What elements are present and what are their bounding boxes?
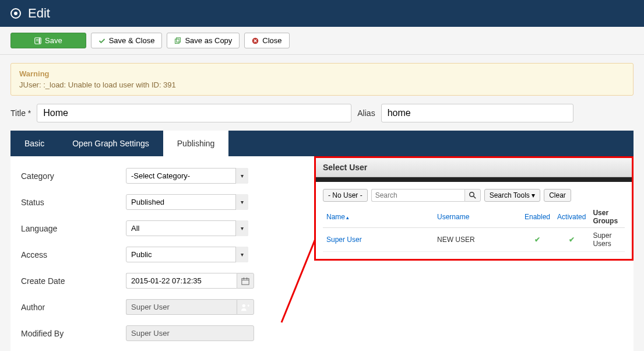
search-tools-button[interactable]: Search Tools ▾ bbox=[484, 189, 541, 202]
col-user-groups: User Groups bbox=[589, 206, 625, 228]
check-icon: ✔ bbox=[569, 236, 575, 244]
col-activated[interactable]: Activated bbox=[554, 206, 589, 228]
clear-button[interactable]: Clear bbox=[544, 189, 571, 202]
save-button[interactable]: Save bbox=[10, 33, 86, 48]
category-label: Category bbox=[21, 171, 126, 181]
svg-rect-1 bbox=[175, 39, 180, 44]
author-label: Author bbox=[21, 303, 126, 312]
target-icon bbox=[10, 8, 21, 19]
access-label: Access bbox=[21, 250, 126, 259]
language-select[interactable] bbox=[126, 220, 248, 236]
close-button[interactable]: Close bbox=[244, 33, 289, 48]
access-select[interactable] bbox=[126, 247, 248, 262]
svg-rect-4 bbox=[242, 278, 249, 285]
table-row: Super User NEW USER ✔ ✔ Super Users bbox=[323, 228, 625, 252]
tab-publishing[interactable]: Publishing bbox=[163, 131, 229, 156]
title-alias-row: Title * Alias bbox=[0, 104, 644, 131]
svg-rect-2 bbox=[177, 37, 181, 42]
calendar-button[interactable] bbox=[237, 273, 254, 289]
modal-divider bbox=[316, 177, 632, 182]
status-select[interactable] bbox=[126, 194, 248, 210]
title-label: Title * bbox=[10, 108, 31, 118]
modified-by-label: Modified By bbox=[21, 329, 126, 338]
alias-label: Alias bbox=[357, 108, 375, 118]
page-title: Edit bbox=[28, 6, 50, 21]
search-button[interactable] bbox=[464, 189, 481, 202]
sort-asc-icon: ▴ bbox=[346, 215, 349, 220]
apply-icon bbox=[34, 37, 41, 44]
calendar-icon bbox=[241, 277, 249, 285]
tab-bar: Basic Open Graph Settings Publishing bbox=[10, 131, 634, 156]
alias-input[interactable] bbox=[381, 104, 573, 122]
alert-message: JUser: :_load: Unable to load user with … bbox=[19, 80, 625, 89]
user-name-link[interactable]: Super User bbox=[323, 228, 434, 252]
svg-point-5 bbox=[242, 304, 245, 307]
status-label: Status bbox=[21, 198, 126, 207]
user-username: NEW USER bbox=[434, 228, 521, 252]
alert-title: Warning bbox=[19, 69, 625, 78]
no-user-button[interactable]: - No User - bbox=[323, 189, 368, 202]
save-copy-button[interactable]: Save as Copy bbox=[167, 33, 240, 48]
tab-basic[interactable]: Basic bbox=[10, 131, 58, 156]
page-header: Edit bbox=[0, 0, 644, 27]
author-input bbox=[126, 299, 237, 315]
check-icon: ✔ bbox=[534, 236, 540, 244]
copy-icon bbox=[174, 37, 181, 44]
user-search-input[interactable] bbox=[371, 189, 464, 202]
user-groups: Super Users bbox=[589, 228, 625, 252]
user-table: Name▴ Username Enabled Activated User Gr… bbox=[323, 206, 625, 252]
warning-alert: Warning JUser: :_load: Unable to load us… bbox=[10, 63, 634, 96]
action-toolbar: Save Save & Close Save as Copy Close bbox=[0, 27, 644, 55]
select-user-panel: Select User - No User - Search Tools ▾ C… bbox=[314, 156, 634, 261]
tab-open-graph[interactable]: Open Graph Settings bbox=[58, 131, 163, 156]
category-select[interactable] bbox=[126, 168, 248, 184]
search-icon bbox=[469, 192, 476, 199]
create-date-label: Create Date bbox=[21, 276, 126, 286]
col-enabled[interactable]: Enabled bbox=[521, 206, 554, 228]
col-name[interactable]: Name▴ bbox=[323, 206, 434, 228]
select-user-button[interactable] bbox=[237, 299, 254, 315]
select-user-title: Select User bbox=[316, 158, 632, 177]
col-username[interactable]: Username bbox=[434, 206, 521, 228]
caret-down-icon: ▾ bbox=[532, 191, 535, 199]
language-label: Language bbox=[21, 224, 126, 233]
user-icon bbox=[241, 303, 250, 311]
check-icon bbox=[98, 37, 105, 44]
title-input[interactable] bbox=[37, 104, 351, 122]
create-date-input[interactable] bbox=[126, 273, 237, 289]
svg-point-7 bbox=[469, 192, 474, 197]
modified-by-input bbox=[126, 325, 254, 341]
save-close-button[interactable]: Save & Close bbox=[91, 33, 163, 48]
cancel-icon bbox=[252, 37, 259, 44]
publishing-panel: Category ▾ Status ▾ Language ▾ Access bbox=[10, 156, 634, 351]
